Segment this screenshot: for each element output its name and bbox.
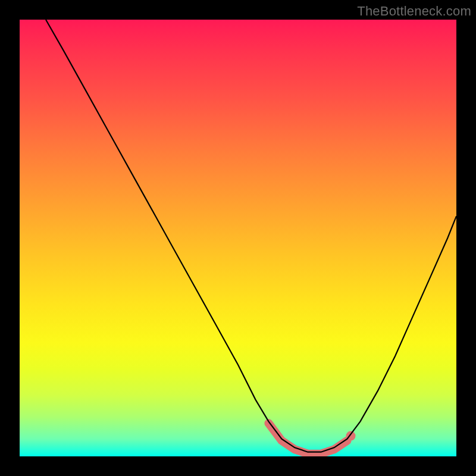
bottleneck-curve (46, 20, 456, 452)
chart-container: TheBottleneck.com (0, 0, 476, 476)
plot-area (20, 20, 456, 456)
curve-layer (20, 20, 456, 456)
watermark-text: TheBottleneck.com (357, 4, 471, 19)
